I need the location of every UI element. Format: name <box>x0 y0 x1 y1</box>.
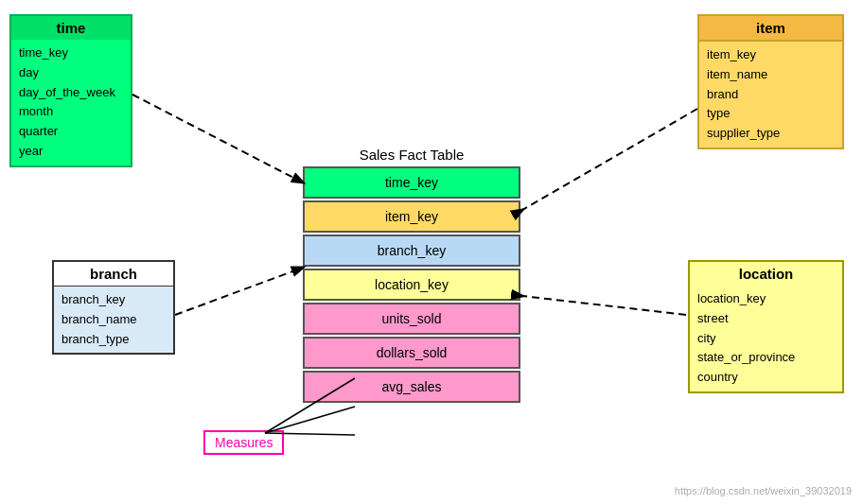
branch-table-body: branch_key branch_name branch_type <box>54 286 173 353</box>
svg-line-3 <box>522 296 686 315</box>
branch-table: branch branch_key branch_name branch_typ… <box>52 260 175 355</box>
fact-row-avg-sales: avg_sales <box>303 371 520 403</box>
fact-row-branch-key: branch_key <box>303 235 520 267</box>
branch-field-2: branch_name <box>62 310 166 330</box>
location-field-3: city <box>697 329 835 349</box>
time-table-body: time_key day day_of_the_week month quart… <box>11 40 131 165</box>
sales-fact-title: Sales Fact Table <box>303 147 520 163</box>
item-field-4: type <box>707 104 835 124</box>
fact-row-item-key: item_key <box>303 200 520 233</box>
item-field-5: supplier_type <box>707 124 835 144</box>
svg-line-0 <box>132 95 303 182</box>
location-table-header: location <box>690 262 842 286</box>
location-field-2: street <box>697 309 835 329</box>
svg-line-2 <box>175 268 303 315</box>
branch-table-header: branch <box>54 262 173 286</box>
time-field-1: time_key <box>19 43 123 63</box>
svg-line-1 <box>522 109 697 210</box>
location-table-body: location_key street city state_or_provin… <box>690 286 842 391</box>
item-field-1: item_key <box>707 45 835 65</box>
item-field-2: item_name <box>707 65 835 85</box>
fact-row-location-key: location_key <box>303 269 520 301</box>
diagram-container: time time_key day day_of_the_week month … <box>0 0 863 504</box>
location-field-1: location_key <box>697 289 835 309</box>
time-field-6: year <box>19 142 123 162</box>
sales-fact-table: Sales Fact Table time_key item_key branc… <box>303 147 520 405</box>
time-field-3: day_of_the_week <box>19 83 123 103</box>
fact-row-time-key: time_key <box>303 166 520 199</box>
measures-label: Measures <box>203 430 284 455</box>
branch-field-1: branch_key <box>62 290 166 310</box>
item-table-body: item_key item_name brand type supplier_t… <box>699 42 842 148</box>
svg-line-5 <box>265 407 355 433</box>
time-table: time time_key day day_of_the_week month … <box>9 14 132 167</box>
time-field-2: day <box>19 63 123 83</box>
branch-field-3: branch_type <box>62 330 166 350</box>
fact-row-units-sold: units_sold <box>303 303 520 335</box>
item-table: item item_key item_name brand type suppl… <box>697 14 844 149</box>
time-table-header: time <box>11 16 131 40</box>
item-field-3: brand <box>707 85 835 105</box>
location-table: location location_key street city state_… <box>688 260 844 393</box>
time-field-5: quarter <box>19 122 123 142</box>
location-field-4: state_or_province <box>697 348 835 368</box>
watermark: https://blog.csdn.net/weixin_39032019 <box>675 485 852 496</box>
location-field-5: country <box>697 368 835 388</box>
time-field-4: month <box>19 102 123 122</box>
fact-row-dollars-sold: dollars_sold <box>303 337 520 369</box>
item-table-header: item <box>699 16 842 42</box>
